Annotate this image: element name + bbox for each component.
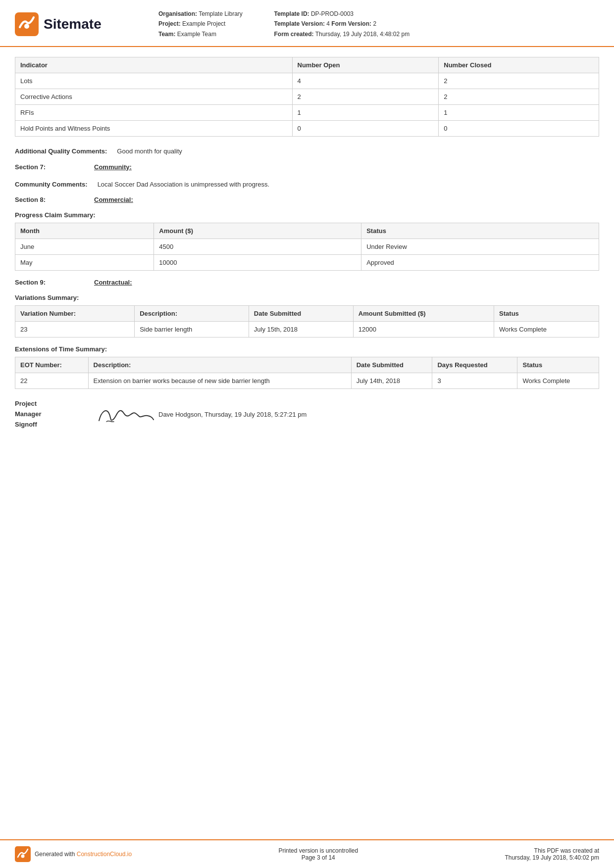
indicator-closed: 1 [439, 105, 599, 121]
table-row: Hold Points and Witness Points 0 0 [15, 121, 599, 137]
header-meta-right: Template ID: DP-PROD-0003 Template Versi… [274, 9, 409, 39]
claim-status: Approved [361, 255, 599, 271]
col-status: Status [361, 223, 599, 239]
template-version-row: Template Version: 4 Form Version: 2 [274, 19, 409, 29]
col-eot-status: Status [517, 357, 599, 373]
claim-amount: 4500 [154, 239, 361, 255]
indicator-name: Corrective Actions [15, 89, 293, 105]
indicator-table-header: Indicator Number Open Number Closed [15, 57, 599, 73]
section8-label: Section 8: [15, 196, 94, 203]
project-row: Project: Example Project [158, 19, 243, 29]
footer-center: Printed version is uncontrolled Page 3 o… [278, 847, 358, 861]
section9-value: Contractual: [94, 279, 132, 286]
footer-left: Generated with ConstructionCloud.io [15, 846, 132, 862]
table-row: Lots 4 2 [15, 73, 599, 89]
section7-label: Section 7: [15, 163, 94, 171]
var-amount: 12000 [353, 322, 494, 338]
progress-claim-title: Progress Claim Summary: [15, 211, 599, 219]
signoff-detail: Dave Hodgson, Thursday, 19 July 2018, 5:… [158, 411, 307, 418]
eot-table: EOT Number: Description: Date Submitted … [15, 357, 599, 389]
footer-pdf-created-label: This PDF was created at [505, 847, 599, 854]
header-meta-left: Organisation: Template Library Project: … [158, 9, 243, 39]
col-variation-status: Status [494, 306, 599, 322]
col-variation-desc: Description: [135, 306, 249, 322]
var-date: July 15th, 2018 [249, 322, 353, 338]
footer-uncontrolled: Printed version is uncontrolled [278, 847, 358, 854]
svg-point-1 [24, 24, 29, 29]
main-content: Indicator Number Open Number Closed Lots… [0, 47, 614, 449]
section7-heading: Section 7: Community: [15, 163, 599, 171]
footer-link[interactable]: ConstructionCloud.io [77, 851, 132, 858]
claim-month: May [15, 255, 154, 271]
org-row: Organisation: Template Library [158, 9, 243, 19]
indicator-open: 1 [292, 105, 439, 121]
indicator-open: 0 [292, 121, 439, 137]
table-row: RFIs 1 1 [15, 105, 599, 121]
col-variation-date: Date Submitted [249, 306, 353, 322]
col-eot-days: Days Requested [432, 357, 517, 373]
col-number-open: Number Open [292, 57, 439, 73]
col-amount: Amount ($) [154, 223, 361, 239]
col-eot-date: Date Submitted [351, 357, 432, 373]
svg-rect-2 [15, 846, 31, 862]
section8-heading: Section 8: Commercial: [15, 196, 599, 203]
sitemate-logo-icon [15, 12, 39, 36]
page-header: Sitemate Organisation: Template Library … [0, 0, 614, 47]
section9-label: Section 9: [15, 279, 94, 286]
variations-title: Variations Summary: [15, 294, 599, 301]
eot-title: Extensions of Time Summary: [15, 345, 599, 353]
footer-right: This PDF was created at Thursday, 19 Jul… [505, 847, 599, 861]
col-eot-desc: Description: [88, 357, 351, 373]
var-number: 23 [15, 322, 135, 338]
eot-date: July 14th, 2018 [351, 373, 432, 389]
footer-generated-text: Generated with ConstructionCloud.io [35, 851, 132, 858]
indicator-closed: 2 [439, 89, 599, 105]
svg-point-3 [21, 855, 25, 858]
indicator-closed: 0 [439, 121, 599, 137]
indicator-name: Lots [15, 73, 293, 89]
table-row: June 4500 Under Review [15, 239, 599, 255]
table-row: Corrective Actions 2 2 [15, 89, 599, 105]
signoff-label: ProjectManagerSignoff [15, 399, 94, 430]
variations-header: Variation Number: Description: Date Subm… [15, 306, 599, 322]
eot-description: Extension on barrier works because of ne… [88, 373, 351, 389]
page-footer: Generated with ConstructionCloud.io Prin… [0, 839, 614, 868]
col-month: Month [15, 223, 154, 239]
claim-status: Under Review [361, 239, 599, 255]
progress-claim-header: Month Amount ($) Status [15, 223, 599, 239]
logo-area: Sitemate [15, 12, 144, 36]
community-comments-label: Community Comments: [15, 180, 98, 190]
indicator-name: Hold Points and Witness Points [15, 121, 293, 137]
community-comments-row: Community Comments: Local Soccer Dad Ass… [15, 178, 599, 190]
eot-header: EOT Number: Description: Date Submitted … [15, 357, 599, 373]
var-description: Side barrier length [135, 322, 249, 338]
variations-table: Variation Number: Description: Date Subm… [15, 305, 599, 338]
col-indicator: Indicator [15, 57, 293, 73]
indicator-name: RFIs [15, 105, 293, 121]
additional-quality-label: Additional Quality Comments: [15, 146, 117, 156]
logo-text: Sitemate [44, 16, 102, 32]
team-row: Team: Example Team [158, 29, 243, 39]
template-id-row: Template ID: DP-PROD-0003 [274, 9, 409, 19]
footer-pdf-created-value: Thursday, 19 July 2018, 5:40:02 pm [505, 854, 599, 861]
col-variation-number: Variation Number: [15, 306, 135, 322]
section8-value: Commercial: [94, 196, 133, 203]
signoff-row: ProjectManagerSignoff Dave Hodgson, Thur… [15, 399, 599, 430]
progress-claim-table: Month Amount ($) Status June 4500 Under … [15, 223, 599, 271]
additional-quality-value: Good month for quality [117, 146, 599, 156]
table-row: 22 Extension on barrier works because of… [15, 373, 599, 389]
col-eot-number: EOT Number: [15, 357, 89, 373]
claim-amount: 10000 [154, 255, 361, 271]
section9-heading: Section 9: Contractual: [15, 279, 599, 286]
table-row: 23 Side barrier length July 15th, 2018 1… [15, 322, 599, 338]
indicator-open: 2 [292, 89, 439, 105]
section7-value: Community: [94, 163, 132, 171]
col-number-closed: Number Closed [439, 57, 599, 73]
eot-days: 3 [432, 373, 517, 389]
signature-image [94, 401, 158, 428]
form-created-row: Form created: Thursday, 19 July 2018, 4:… [274, 29, 409, 39]
col-variation-amount: Amount Submitted ($) [353, 306, 494, 322]
eot-number: 22 [15, 373, 89, 389]
table-row: May 10000 Approved [15, 255, 599, 271]
footer-logo-icon [15, 846, 31, 862]
